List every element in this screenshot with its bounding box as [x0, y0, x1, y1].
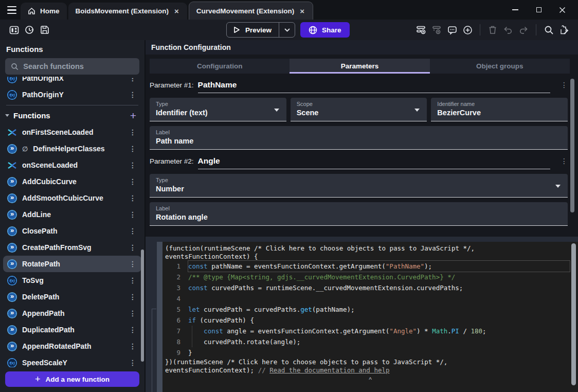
- function-item-createpathfromsvg[interactable]: »CreatePathFromSvg⋮: [3, 239, 141, 256]
- item-menu-icon[interactable]: ⋮: [129, 129, 136, 136]
- search-icon[interactable]: [541, 22, 556, 38]
- code-line-2[interactable]: 2/** @type {Map<string, gdjs.__curvedMov…: [162, 272, 578, 282]
- field-identifier-name[interactable]: Identifier nameBezierCurve: [431, 98, 568, 121]
- open-panels-icon[interactable]: [6, 22, 22, 38]
- code-line-content[interactable]: const pathName = eventsFunctionContext.g…: [188, 261, 570, 272]
- function-item-tosvg[interactable]: f(x)ToSvg⋮: [3, 272, 141, 289]
- parameters-scrollbar[interactable]: [570, 79, 574, 212]
- preview-button[interactable]: Preview: [226, 22, 295, 38]
- code-line-7[interactable]: 7 const angle = eventsFunctionContext.ge…: [162, 326, 578, 336]
- code-line-content[interactable]: if (curvedPath) {: [188, 315, 570, 326]
- event-drag-handle[interactable]: [157, 242, 162, 392]
- code-line-content[interactable]: let curvedPath = curvedPaths.get(pathNam…: [188, 304, 570, 315]
- add-function-icon[interactable]: +: [130, 110, 136, 121]
- tab-object-groups[interactable]: Object groups: [430, 59, 570, 74]
- tab-close-icon[interactable]: ×: [173, 7, 180, 15]
- function-item-speedscaley[interactable]: f(x)SpeedScaleY⋮: [3, 354, 141, 367]
- code-line-content[interactable]: curvedPath.rotate(angle);: [188, 336, 570, 347]
- code-line-6[interactable]: 6if (curvedPath) {: [162, 315, 578, 326]
- function-item-addsmoothcubiccurve[interactable]: »AddSmoothCubicCurve⋮: [3, 190, 141, 206]
- function-item-duplicatedpath[interactable]: »DuplicatedPath⋮: [3, 322, 141, 338]
- add-function-button[interactable]: + Add a new function: [5, 371, 139, 387]
- field-label-text[interactable]: LabelRotation angle: [150, 202, 568, 226]
- search-input[interactable]: [23, 62, 134, 70]
- tab-parameters[interactable]: Parameters: [290, 59, 429, 74]
- item-menu-icon[interactable]: ⋮: [129, 244, 136, 251]
- item-menu-icon[interactable]: ⋮: [129, 343, 136, 350]
- undo-icon[interactable]: [500, 22, 516, 38]
- search-box[interactable]: [5, 58, 139, 75]
- item-menu-icon[interactable]: ⋮: [129, 194, 136, 202]
- function-item-deletepath[interactable]: »DeletePath⋮: [3, 289, 141, 305]
- field-scope[interactable]: ScopeScene: [291, 98, 427, 121]
- item-menu-icon[interactable]: ⋮: [129, 77, 136, 82]
- code-line-5[interactable]: 5let curvedPath = curvedPaths.get(pathNa…: [162, 304, 578, 315]
- function-item-addline[interactable]: »AddLine⋮: [3, 206, 141, 223]
- save-icon[interactable]: [37, 22, 52, 38]
- parameter-menu-icon[interactable]: ⋮: [561, 81, 568, 89]
- function-item-appendrotatedpath[interactable]: »AppendRotatedPath⋮: [3, 338, 141, 354]
- function-item-rotatepath[interactable]: »RotatePath⋮: [3, 256, 141, 272]
- minimize-icon[interactable]: [512, 7, 518, 13]
- tab-configuration[interactable]: Configuration: [150, 59, 290, 74]
- main-menu-icon[interactable]: [3, 2, 21, 19]
- documentation-link[interactable]: Read the documentation and help: [269, 366, 389, 374]
- code-line-content[interactable]: }: [188, 347, 570, 358]
- code-line-content[interactable]: /** @type {Map<string, gdjs.__curvedMove…: [188, 272, 570, 282]
- code-scrollbar[interactable]: [571, 243, 576, 385]
- code-line-content[interactable]: const angle = eventsFunctionContext.getA…: [188, 326, 570, 336]
- field-label-text[interactable]: LabelPath name: [150, 126, 568, 150]
- function-item-closepath[interactable]: »ClosePath⋮: [3, 223, 141, 239]
- item-menu-icon[interactable]: ⋮: [129, 293, 136, 300]
- code-line-content[interactable]: [188, 293, 570, 304]
- preview-button-main[interactable]: Preview: [227, 23, 279, 37]
- code-line-content[interactable]: const curvedPaths = runtimeScene.__curve…: [188, 282, 570, 293]
- collapse-caret-icon[interactable]: ^: [162, 376, 578, 383]
- item-menu-icon[interactable]: ⋮: [129, 145, 136, 152]
- function-item-pathoriginy[interactable]: f(x)PathOriginY⋮: [3, 86, 141, 103]
- tab-close-icon[interactable]: ×: [299, 7, 305, 15]
- code-line-8[interactable]: 8 curvedPath.rotate(angle);: [162, 336, 578, 347]
- collapse-triangle-icon[interactable]: [5, 114, 9, 117]
- item-menu-icon[interactable]: ⋮: [129, 227, 136, 235]
- close-icon[interactable]: [559, 7, 566, 13]
- item-menu-icon[interactable]: ⋮: [129, 162, 136, 169]
- function-item-onfirstsceneloaded[interactable]: onFirstSceneLoaded⋮: [3, 124, 141, 140]
- code-line-4[interactable]: 4: [162, 293, 578, 304]
- parameter-menu-icon[interactable]: ⋮: [561, 157, 568, 165]
- history-icon[interactable]: [22, 22, 37, 38]
- item-menu-icon[interactable]: ⋮: [129, 359, 136, 366]
- field-type[interactable]: TypeNumber: [150, 174, 568, 198]
- item-menu-icon[interactable]: ⋮: [129, 277, 136, 284]
- function-item-appendpath[interactable]: »AppendPath⋮: [3, 305, 141, 322]
- code-line-1[interactable]: 1const pathName = eventsFunctionContext.…: [162, 261, 578, 272]
- item-menu-icon[interactable]: ⋮: [129, 310, 136, 317]
- maximize-icon[interactable]: [535, 7, 542, 13]
- item-menu-icon[interactable]: ⋮: [129, 211, 136, 218]
- edit-extension-icon[interactable]: [556, 22, 572, 38]
- code-line-9[interactable]: 9}: [162, 347, 578, 358]
- function-item-onsceneloaded[interactable]: onSceneLoaded⋮: [3, 157, 141, 173]
- add-event-icon[interactable]: [413, 22, 429, 38]
- item-menu-icon[interactable]: ⋮: [129, 260, 136, 268]
- code-editor[interactable]: (function(runtimeScene /* Click here to …: [162, 242, 578, 392]
- code-line-3[interactable]: 3const curvedPaths = runtimeScene.__curv…: [162, 282, 578, 293]
- add-subevent-icon[interactable]: [429, 22, 444, 38]
- add-circle-icon[interactable]: [460, 22, 475, 38]
- tab-boidsmovement-extension-[interactable]: BoidsMovement (Extension)×: [68, 3, 187, 20]
- function-item-addcubiccurve[interactable]: »AddCubicCurve⋮: [3, 173, 141, 190]
- function-item-definehelperclasses[interactable]: »∅DefineHelperClasses⋮: [3, 140, 141, 157]
- share-button[interactable]: Share: [300, 22, 350, 38]
- item-menu-icon[interactable]: ⋮: [129, 91, 136, 98]
- function-item-pathoriginx[interactable]: f(x)PathOriginX⋮: [3, 77, 141, 86]
- tab-curvedmovement-extension-[interactable]: CurvedMovement (Extension)×: [189, 2, 313, 20]
- parameter-name-field[interactable]: Angle: [198, 156, 550, 169]
- tab-home[interactable]: Home: [21, 3, 67, 20]
- redo-icon[interactable]: [516, 22, 531, 38]
- functions-group-header[interactable]: Functions+: [0, 107, 144, 124]
- item-menu-icon[interactable]: ⋮: [129, 326, 136, 333]
- field-type[interactable]: TypeIdentifier (text): [150, 98, 286, 121]
- add-comment-icon[interactable]: [444, 22, 460, 38]
- preview-dropdown[interactable]: [279, 23, 295, 37]
- sidebar-scrollbar[interactable]: [141, 250, 144, 362]
